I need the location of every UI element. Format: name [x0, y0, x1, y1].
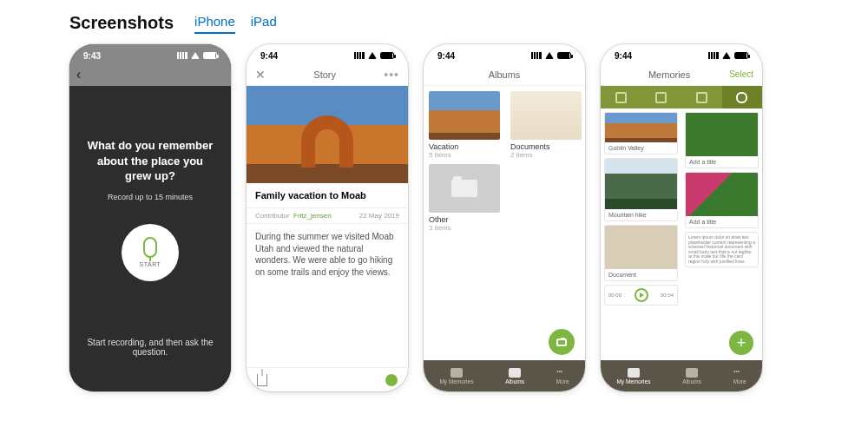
album-vacation[interactable]: Vacation 5 items	[429, 91, 500, 159]
nav-bar: ‹	[69, 63, 231, 86]
status-bar: 9:43	[69, 44, 231, 63]
microphone-icon	[143, 237, 157, 258]
memory-card-text[interactable]: Lorem ipsum dolor sit amet text placehol…	[685, 232, 759, 267]
story-title: Family vacation to Moab	[247, 183, 408, 208]
wifi-icon	[368, 52, 377, 59]
filter-documents[interactable]	[681, 86, 722, 108]
prompt-question: What do you remember about the place you…	[83, 138, 217, 184]
audio-card[interactable]: 00:0000:04	[604, 285, 678, 306]
album-thumb	[510, 91, 582, 140]
back-icon[interactable]: ‹	[76, 67, 81, 82]
story-icon	[655, 92, 667, 103]
status-time: 9:44	[615, 51, 632, 61]
story-hero-image	[247, 86, 408, 183]
tab-my-memories[interactable]: My Memories	[616, 368, 650, 385]
album-thumb	[429, 91, 500, 140]
share-icon[interactable]	[257, 374, 267, 386]
bottom-toolbar	[247, 367, 408, 391]
status-time: 9:44	[260, 51, 278, 61]
device-tabs: iPhone iPad	[194, 12, 277, 34]
contributor-name: Fritz_jensen	[293, 212, 332, 220]
photo-icon	[615, 92, 627, 103]
status-bar: 9:44	[424, 44, 585, 63]
tab-bar: My Memories Albums •••More	[601, 360, 762, 391]
battery-icon	[203, 52, 217, 59]
document-icon	[696, 92, 707, 103]
memory-card[interactable]: Document	[604, 225, 678, 281]
tab-more[interactable]: •••More	[556, 368, 569, 385]
close-icon[interactable]: ✕	[255, 68, 266, 82]
memory-card[interactable]: Add a title	[685, 172, 759, 228]
memory-card[interactable]: Mountain hike	[604, 158, 678, 221]
nav-title: Memories	[648, 69, 690, 80]
start-label: START	[140, 261, 161, 267]
memory-card[interactable]: Add a title	[685, 112, 759, 168]
tab-albums[interactable]: Albums	[682, 368, 701, 385]
screenshot-2[interactable]: 9:44 ✕ Story ••• Family vacation to Moab…	[247, 44, 408, 391]
filter-stories[interactable]	[641, 86, 682, 108]
globe-icon[interactable]	[385, 374, 398, 386]
wifi-icon	[722, 52, 731, 59]
memory-card[interactable]: Goblin Valley	[604, 112, 678, 155]
folder-icon	[429, 164, 500, 213]
filter-photos[interactable]	[601, 86, 641, 108]
tab-my-memories[interactable]: My Memories	[439, 368, 473, 385]
story-meta: Contributor Fritz_jensen 22 May 2019	[247, 208, 408, 224]
camera-fab[interactable]	[549, 329, 575, 355]
nav-bar: ✕ Story •••	[247, 63, 408, 86]
section-title: Screenshots	[69, 13, 174, 33]
select-button[interactable]: Select	[729, 69, 753, 79]
screenshot-3[interactable]: 9:44 Albums Vacation 5 items Other 3 ite…	[424, 44, 585, 391]
screenshot-4[interactable]: 9:44 Memories Select Goblin Valley Mount…	[601, 44, 762, 391]
status-bar: 9:44	[601, 44, 762, 63]
album-documents[interactable]: Documents 2 items	[510, 91, 582, 232]
tab-bar: My Memories Albums •••More	[424, 360, 585, 391]
signal-icon	[708, 52, 719, 59]
start-record-button[interactable]: START	[122, 224, 179, 281]
nav-title: Story	[313, 69, 336, 80]
more-icon[interactable]: •••	[384, 68, 399, 82]
signal-icon	[354, 52, 365, 59]
wifi-icon	[545, 52, 554, 59]
nav-bar: Memories Select	[601, 63, 762, 86]
add-fab[interactable]: +	[729, 331, 753, 355]
signal-icon	[177, 52, 187, 59]
section-header: Screenshots iPhone iPad	[0, 0, 868, 39]
tab-ipad[interactable]: iPad	[251, 14, 277, 34]
tab-albums[interactable]: Albums	[505, 368, 524, 385]
footer-hint: Start recording, and then ask the questi…	[83, 338, 217, 357]
filter-toolbar	[601, 86, 762, 108]
status-time: 9:43	[83, 51, 101, 61]
status-bar: 9:44	[247, 44, 408, 63]
album-other[interactable]: Other 3 items	[429, 164, 500, 232]
play-icon[interactable]	[635, 288, 648, 302]
signal-icon	[531, 52, 542, 59]
battery-icon	[734, 52, 748, 59]
battery-icon	[380, 52, 394, 59]
story-description: During the summer we visited Moab Utah a…	[247, 224, 408, 285]
story-date: 22 May 2019	[359, 212, 399, 220]
wifi-icon	[191, 52, 200, 59]
tab-iphone[interactable]: iPhone	[194, 14, 235, 34]
status-time: 9:44	[437, 51, 455, 61]
battery-icon	[557, 52, 571, 59]
filter-audio[interactable]	[722, 86, 763, 108]
nav-title: Albums	[424, 63, 585, 86]
tab-more[interactable]: •••More	[733, 368, 746, 385]
audio-icon	[736, 92, 747, 103]
record-hint: Record up to 15 minutes	[108, 193, 193, 201]
camera-icon	[556, 339, 567, 346]
screenshot-row: 9:43 ‹ What do you remember about the pl…	[0, 39, 868, 391]
screenshot-1[interactable]: 9:43 ‹ What do you remember about the pl…	[69, 44, 231, 391]
